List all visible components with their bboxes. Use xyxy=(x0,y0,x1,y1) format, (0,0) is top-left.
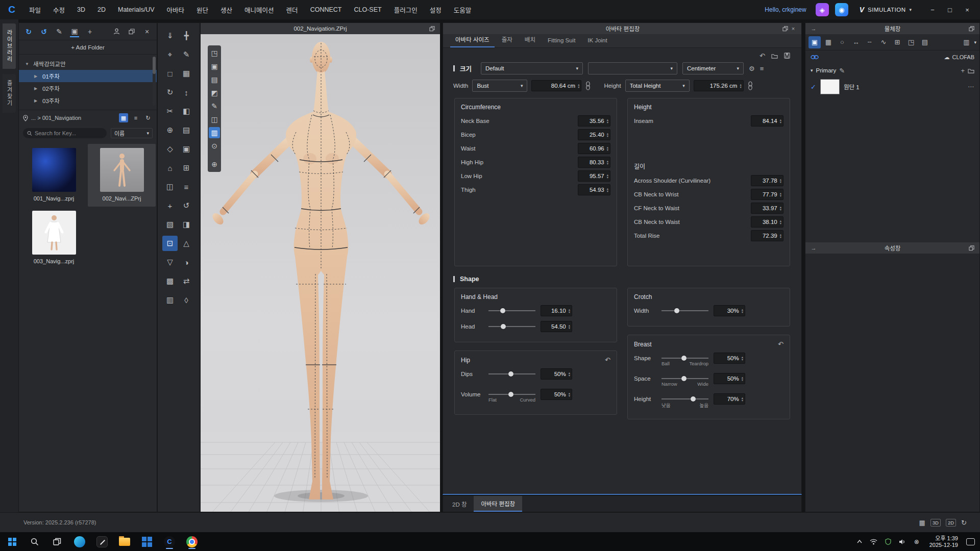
show-arrangement-icon[interactable]: ◩ xyxy=(209,87,220,98)
spinner-arrows[interactable]: ▴▾ xyxy=(578,83,581,89)
security-shield-icon[interactable] xyxy=(884,537,893,547)
measure-input[interactable]: 25.40▴▾ xyxy=(578,129,610,140)
object-filter-icon[interactable]: ▣ xyxy=(808,36,821,48)
tool-icon[interactable]: □ xyxy=(162,66,178,81)
tool-icon[interactable]: ⊞ xyxy=(179,160,194,176)
tool-icon[interactable]: ⌖ xyxy=(162,47,178,62)
edge-app-icon[interactable] xyxy=(72,534,87,549)
rename-pencil-icon[interactable]: ✎ xyxy=(839,67,845,74)
height-value-input[interactable]: 175.26 cm ▴▾ xyxy=(694,80,744,91)
asset-box-icon[interactable]: ▣ xyxy=(70,26,79,37)
show-stitch-icon[interactable]: ✎ xyxy=(209,101,220,112)
measure-input[interactable]: 77.79▴▾ xyxy=(751,189,783,200)
float-window-icon[interactable] xyxy=(428,24,436,33)
tree-item[interactable]: ▶ 01주차 xyxy=(19,70,157,82)
hand-value-input[interactable]: 16.10▴▾ xyxy=(541,305,572,316)
md-plugin-icon[interactable]: ◈ xyxy=(816,3,829,16)
tool-icon[interactable]: ▥ xyxy=(162,292,178,308)
tool-icon[interactable]: ▣ xyxy=(179,141,194,157)
hand-slider[interactable] xyxy=(488,306,535,315)
tool-icon[interactable]: ⇄ xyxy=(179,273,194,289)
tool-icon[interactable]: ▩ xyxy=(162,273,178,289)
menu-item[interactable]: 원단 xyxy=(191,0,214,19)
tool-icon[interactable]: ◨ xyxy=(179,217,194,232)
menu-item[interactable]: 렌더 xyxy=(281,0,304,19)
task-view-icon[interactable] xyxy=(50,534,64,549)
chrome-app-icon[interactable] xyxy=(185,534,199,549)
list-view-icon[interactable]: ≡ xyxy=(131,113,140,122)
tab-2d-window[interactable]: 2D 창 xyxy=(445,496,474,512)
sub-preset-dropdown[interactable]: ▾ xyxy=(588,62,677,74)
taskbar-search-icon[interactable] xyxy=(28,534,42,549)
tab-avatar-editor[interactable]: 아바타 편집창 xyxy=(474,496,522,512)
object-filter-icon[interactable]: ○ xyxy=(836,36,848,48)
avatar-3d-model[interactable] xyxy=(201,34,440,512)
tab-ik-joint[interactable]: IK Joint xyxy=(582,35,612,47)
grid-view-icon[interactable]: ▦ xyxy=(119,113,128,122)
folder-icon[interactable] xyxy=(968,68,974,73)
search-input[interactable] xyxy=(35,130,103,136)
dips-value-input[interactable]: 50%▴▾ xyxy=(541,368,572,380)
object-filter-icon[interactable]: ╌ xyxy=(864,36,876,48)
spinner-arrows[interactable]: ▴▾ xyxy=(740,83,743,89)
preset-dropdown[interactable]: Default▾ xyxy=(481,62,583,74)
tool-icon[interactable]: ◊ xyxy=(179,292,194,308)
volume-icon[interactable] xyxy=(898,537,907,547)
tool-icon[interactable]: ◑ xyxy=(179,255,194,270)
head-slider[interactable] xyxy=(488,322,535,331)
view-3d-button[interactable]: 3D xyxy=(930,519,941,527)
search-box[interactable] xyxy=(23,128,107,138)
closet-plugin-icon[interactable]: ◉ xyxy=(835,3,848,16)
tool-icon[interactable]: ⌂ xyxy=(162,160,178,176)
list-icon[interactable]: ≡ xyxy=(760,65,764,72)
show-measure-icon[interactable]: ◫ xyxy=(209,114,220,125)
tree-collapse-icon[interactable]: ▶ xyxy=(34,98,39,103)
menu-item[interactable]: 애니메이션 xyxy=(239,0,280,19)
tab-favorites[interactable]: 즐겨찾기 xyxy=(3,74,16,113)
dock-arrow-icon[interactable]: → xyxy=(810,24,818,33)
volume-slider[interactable]: Flat Curved xyxy=(488,390,535,399)
sync-back-icon[interactable]: ↺ xyxy=(39,26,48,37)
save-icon[interactable] xyxy=(784,53,790,59)
tool-icon[interactable]: ╋ xyxy=(179,28,194,43)
tool-icon[interactable]: △ xyxy=(179,236,194,251)
sync-icon[interactable]: ↻ xyxy=(24,26,33,37)
object-filter-icon[interactable]: ◳ xyxy=(905,36,917,48)
menu-item[interactable]: CONNECT xyxy=(305,0,348,19)
link-icon[interactable] xyxy=(748,81,753,90)
breast-height-input[interactable]: 70%▴▾ xyxy=(714,393,745,405)
tool-icon[interactable]: ▤ xyxy=(179,122,194,138)
measure-input[interactable]: 37.78▴▾ xyxy=(751,175,783,186)
measure-input[interactable]: 60.96▴▾ xyxy=(578,143,610,154)
crotch-width-slider[interactable] xyxy=(662,306,708,315)
tool-icon[interactable]: ▽ xyxy=(162,255,178,270)
tree-item[interactable]: ▶ 03주차 xyxy=(19,94,157,107)
tool-icon[interactable]: ◇ xyxy=(162,141,178,157)
chevron-down-icon[interactable]: ▾ xyxy=(909,7,912,12)
close-panel-icon[interactable]: × xyxy=(142,26,152,37)
open-folder-icon[interactable] xyxy=(771,53,778,59)
menu-item[interactable]: Materials/UV xyxy=(112,0,160,19)
file-item[interactable]: 003_Navig...zprj xyxy=(20,207,88,269)
dock-arrow-icon[interactable]: → xyxy=(810,244,818,252)
3d-canvas[interactable]: ◳ ▣ ▤ ◩ ✎ ◫ ▥ ⊙ ⊕ xyxy=(201,34,440,512)
simulation-toggle[interactable]: V SIMULATION ▾ xyxy=(860,6,912,14)
tool-icon[interactable]: ≡ xyxy=(179,179,194,194)
tab-library[interactable]: 라이브러리 xyxy=(3,23,16,69)
measure-input[interactable]: 54.93▴▾ xyxy=(578,184,610,195)
office-app-icon[interactable] xyxy=(140,534,154,549)
menu-item[interactable]: 플러그인 xyxy=(388,0,423,19)
height-type-dropdown[interactable]: Total Height▾ xyxy=(625,80,690,92)
crotch-width-input[interactable]: 30%▴▾ xyxy=(714,305,745,316)
tool-icon[interactable]: ✎ xyxy=(179,47,194,62)
measure-input[interactable]: 35.56▴▾ xyxy=(578,115,610,127)
object-filter-icon[interactable]: ▥ xyxy=(960,36,972,48)
fabric-group-row[interactable]: ▾ Primary ✎ + xyxy=(805,64,979,77)
notes-app-icon[interactable] xyxy=(95,534,109,549)
tab-avatar-size[interactable]: 아바타 사이즈 xyxy=(450,33,495,47)
tool-icon[interactable]: ⊕ xyxy=(162,122,178,138)
show-garment-icon[interactable]: ▤ xyxy=(209,74,220,85)
object-filter-icon[interactable]: ∿ xyxy=(877,36,890,48)
object-filter-icon[interactable]: ⊞ xyxy=(891,36,903,48)
menu-item[interactable]: 3D xyxy=(71,0,91,19)
